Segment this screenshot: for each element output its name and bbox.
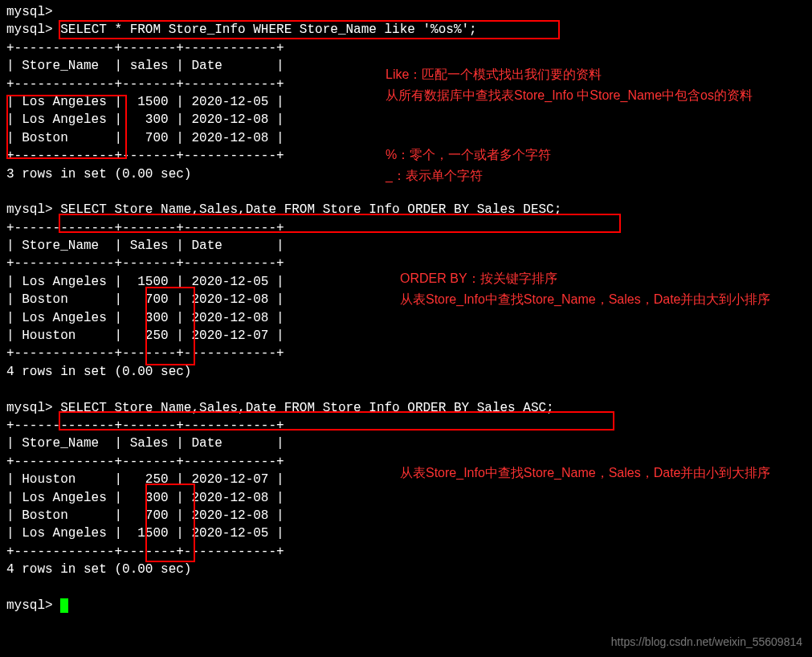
prompt-line: mysql>: [6, 3, 806, 21]
table-border: +-------------+-------+------------+: [6, 543, 806, 561]
table-row: | Los Angeles | 1500 | 2020-12-05 |: [6, 524, 806, 542]
table-row: | Los Angeles | 300 | 2020-12-08 |: [6, 111, 806, 129]
table-border: +-------------+-------+------------+: [6, 345, 806, 362]
prompt-end: mysql>: [6, 597, 806, 614]
query-line-1: mysql> SELECT * FROM Store_Info WHERE St…: [6, 21, 806, 39]
blank-line: [6, 579, 806, 597]
query-line-2: mysql> SELECT Store_Name,Sales,Date FROM…: [6, 201, 806, 218]
watermark-text: https://blog.csdn.net/weixin_55609814: [611, 635, 802, 651]
cursor-icon: [60, 598, 68, 613]
table-border: +-------------+-------+------------+: [6, 219, 806, 237]
table-row: | Boston | 700 | 2020-12-08 |: [6, 507, 806, 524]
blank-line: [6, 381, 806, 398]
result-footer: 4 rows in set (0.00 sec): [6, 363, 806, 381]
table-row: | Los Angeles | 300 | 2020-12-08 |: [6, 489, 806, 507]
table-border: +-------------+-------+------------+: [6, 39, 806, 57]
table-header: | Store_Name | Sales | Date |: [6, 237, 806, 255]
annotation-asc: 从表Store_Info中查找Store_Name，Sales，Date并由小到…: [400, 463, 794, 484]
table-header: | Store_Name | Sales | Date |: [6, 435, 806, 452]
table-border: +-------------+-------+------------+: [6, 417, 806, 435]
annotation-like: Like：匹配一个模式找出我们要的资料 从所有数据库中查找表Store_Info…: [386, 64, 787, 105]
result-footer: 4 rows in set (0.00 sec): [6, 561, 806, 578]
query-line-3: mysql> SELECT Store_Name,Sales,Date FROM…: [6, 399, 806, 417]
table-row: | Los Angeles | 300 | 2020-12-08 |: [6, 309, 806, 327]
annotation-orderby: ORDER BY：按关键字排序 从表Store_Info中查找Store_Nam…: [400, 268, 794, 309]
annotation-wildcard: %：零个，一个或者多个字符 _：表示单个字符: [386, 145, 787, 186]
blank-line: [6, 183, 806, 201]
table-row: | Houston | 250 | 2020-12-07 |: [6, 327, 806, 345]
